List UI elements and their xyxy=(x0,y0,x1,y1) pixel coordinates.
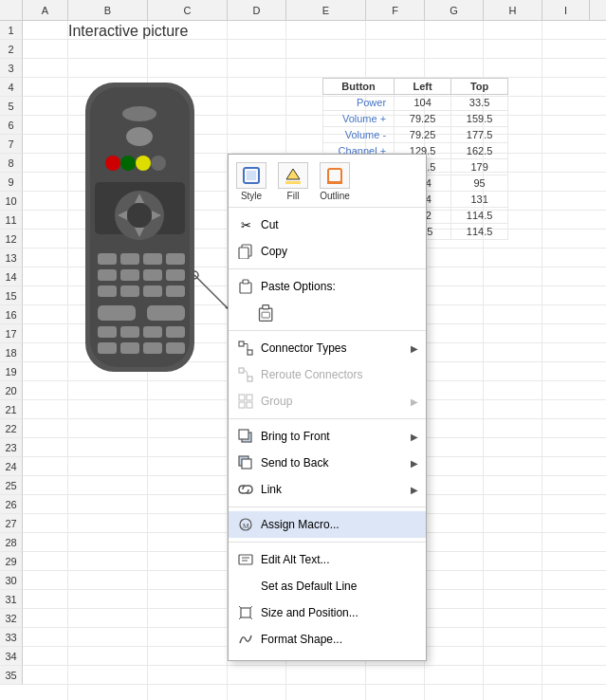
row-num-13[interactable]: 13 xyxy=(0,249,23,267)
menu-item-reroute: Reroute Connectors xyxy=(229,361,426,388)
table-cell-0-1: 104 xyxy=(395,95,451,111)
row-num-16[interactable]: 16 xyxy=(0,305,23,324)
menu-item-copy[interactable]: Copy xyxy=(229,238,426,265)
svg-rect-48 xyxy=(243,280,248,284)
fill-icon xyxy=(284,166,303,185)
svg-line-75 xyxy=(250,617,252,619)
row-num-3[interactable]: 3 xyxy=(0,59,23,78)
row-num-30[interactable]: 30 xyxy=(0,571,23,590)
menu-item-paste-icon-row[interactable] xyxy=(229,300,426,326)
toolbar-fill[interactable]: Fill xyxy=(278,162,308,201)
row-num-1[interactable]: 1 xyxy=(0,21,23,40)
menu-section-order: Bring to Front ▶ Send to Back ▶ xyxy=(229,419,426,507)
col-header-d[interactable]: D xyxy=(228,0,286,20)
menu-item-size-position[interactable]: Size and Position... xyxy=(229,599,426,626)
menu-item-bring-front[interactable]: Bring to Front ▶ xyxy=(229,423,426,450)
row-num-25[interactable]: 25 xyxy=(0,476,23,495)
fill-icon-box xyxy=(278,162,308,189)
toolbar-style[interactable]: Style xyxy=(236,162,266,201)
menu-item-connector-types[interactable]: Connector Types ▶ xyxy=(229,335,426,361)
table-row[interactable]: Power10433.5 xyxy=(323,95,508,111)
row-num-20[interactable]: 20 xyxy=(0,381,23,400)
row-num-24[interactable]: 24 xyxy=(0,457,23,476)
col-header-e[interactable]: E xyxy=(286,0,366,20)
svg-rect-56 xyxy=(239,368,244,373)
row-num-19[interactable]: 19 xyxy=(0,362,23,381)
svg-line-73 xyxy=(250,606,252,608)
svg-rect-36 xyxy=(166,342,185,354)
row-num-17[interactable]: 17 xyxy=(0,324,23,343)
col-header-a[interactable]: A xyxy=(23,0,68,20)
row-num-31[interactable]: 31 xyxy=(0,590,23,609)
menu-item-edit-alt-text[interactable]: Edit Alt Text... xyxy=(229,546,426,573)
menu-item-assign-macro[interactable]: M Assign Macro... xyxy=(229,511,426,538)
row-num-2[interactable]: 2 xyxy=(0,40,23,59)
row-num-26[interactable]: 26 xyxy=(0,495,23,514)
row-num-35[interactable]: 35 xyxy=(0,666,23,685)
menu-item-connector-types-label: Connector Types xyxy=(261,341,411,355)
outline-icon xyxy=(325,166,344,185)
table-row[interactable]: Volume +79.25159.5 xyxy=(323,111,508,127)
size-svg xyxy=(238,605,253,620)
table-cell-0-0: Power xyxy=(323,95,395,111)
menu-item-paste-header: Paste Options: xyxy=(229,273,426,300)
row-num-9[interactable]: 9 xyxy=(0,173,23,192)
col-header-g[interactable]: G xyxy=(425,0,484,20)
svg-rect-22 xyxy=(166,269,185,281)
menu-item-default-line[interactable]: Set as Default Line xyxy=(229,573,426,599)
svg-rect-27 xyxy=(98,305,136,321)
col-header-f[interactable]: F xyxy=(366,0,425,20)
table-header-top: Top xyxy=(451,79,508,95)
menu-item-reroute-label: Reroute Connectors xyxy=(261,368,418,381)
row-num-23[interactable]: 23 xyxy=(0,438,23,457)
row-num-21[interactable]: 21 xyxy=(0,400,23,419)
menu-item-format-shape[interactable]: Format Shape... xyxy=(229,626,426,653)
menu-item-send-back[interactable]: Send to Back ▶ xyxy=(229,450,426,476)
svg-rect-33 xyxy=(98,342,117,354)
row-num-12[interactable]: 12 xyxy=(0,230,23,249)
table-cell-7-2: 114.5 xyxy=(451,208,508,224)
row-num-11[interactable]: 11 xyxy=(0,211,23,230)
row-num-22[interactable]: 22 xyxy=(0,419,23,438)
reroute-svg xyxy=(238,367,253,382)
row-num-18[interactable]: 18 xyxy=(0,343,23,362)
corner-cell xyxy=(0,0,23,20)
svg-point-4 xyxy=(105,156,120,171)
remote-control-image[interactable] xyxy=(71,78,209,381)
svg-rect-16 xyxy=(120,253,139,265)
row-num-8[interactable]: 8 xyxy=(0,154,23,173)
row-num-28[interactable]: 28 xyxy=(0,533,23,552)
row-num-7[interactable]: 7 xyxy=(0,135,23,154)
toolbar-outline[interactable]: Outline xyxy=(320,162,350,201)
format-shape-svg xyxy=(238,632,253,647)
menu-item-group: Group ▶ xyxy=(229,388,426,414)
row-num-4[interactable]: 4 xyxy=(0,78,23,97)
row-num-5[interactable]: 5 xyxy=(0,97,23,116)
col-header-c[interactable]: C xyxy=(148,0,228,20)
row-num-33[interactable]: 33 xyxy=(0,628,23,647)
row-num-34[interactable]: 34 xyxy=(0,647,23,666)
menu-item-group-label: Group xyxy=(261,395,411,408)
macro-icon: M xyxy=(236,515,255,534)
col-header-i[interactable]: I xyxy=(542,0,590,20)
row-num-27[interactable]: 27 xyxy=(0,514,23,533)
row-num-15[interactable]: 15 xyxy=(0,286,23,305)
table-row[interactable]: Volume -79.25177.5 xyxy=(323,127,508,143)
col-header-h[interactable]: H xyxy=(484,0,542,20)
menu-section-connectors: Connector Types ▶ Reroute Connectors xyxy=(229,331,426,419)
col-header-b[interactable]: B xyxy=(68,0,148,20)
row-num-29[interactable]: 29 xyxy=(0,552,23,571)
svg-rect-59 xyxy=(247,395,252,400)
menu-section-macro: M Assign Macro... xyxy=(229,507,426,543)
svg-rect-50 xyxy=(263,305,269,309)
svg-rect-34 xyxy=(120,342,139,354)
row-num-32[interactable]: 32 xyxy=(0,609,23,628)
row-num-6[interactable]: 6 xyxy=(0,116,23,135)
menu-item-cut[interactable]: ✂ Cut xyxy=(229,212,426,238)
menu-item-link[interactable]: Link ▶ xyxy=(229,476,426,503)
group-svg xyxy=(238,394,253,409)
svg-rect-52 xyxy=(239,341,244,346)
row-num-14[interactable]: 14 xyxy=(0,267,23,286)
row-num-10[interactable]: 10 xyxy=(0,192,23,211)
paste-icon xyxy=(236,277,255,296)
